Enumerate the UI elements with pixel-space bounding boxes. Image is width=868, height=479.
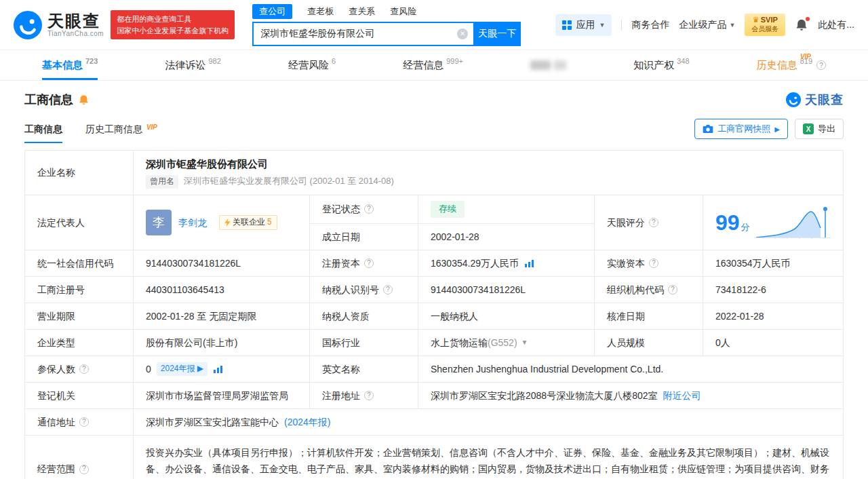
subscribe-bell-icon[interactable] (78, 94, 90, 106)
insured-trend-icon[interactable] (213, 364, 224, 374)
mail-annual-report-link[interactable]: (2024年报) (284, 415, 330, 429)
tianyancha-logo[interactable]: 天眼查 TianYanCha.com (14, 11, 104, 39)
user-name[interactable]: 此处有... (818, 19, 854, 31)
tab-business-info[interactable]: 工商信息 (24, 123, 62, 143)
tab-label: 经营信息 (403, 59, 443, 72)
business-cooperation-link[interactable]: 商务合作 (631, 19, 669, 31)
former-name: 深圳市钜盛华实业发展有限公司 (2002-01 至 2014-08) (184, 175, 394, 188)
status-badge: 存续 (431, 201, 465, 218)
company-name-cell: 深圳市钜盛华股份有限公司 曾用名 深圳市钜盛华实业发展有限公司 (2002-01… (134, 151, 843, 195)
tab-operation-risk[interactable]: 经营风险 6 (288, 50, 336, 80)
taxpayer-id-value: 91440300734181226L (418, 277, 595, 303)
enterprise-products-link[interactable]: 企业级产品 ▼ (679, 19, 735, 31)
industry-label: 国标行业 (310, 330, 418, 356)
reg-authority-label: 登记机关 (25, 383, 134, 409)
svip-label: SVIP (761, 16, 778, 24)
search-tab-risk[interactable]: 查风险 (390, 5, 416, 18)
help-icon[interactable]: ? (649, 218, 658, 227)
notification-dot (806, 17, 810, 21)
search-tab-boss[interactable]: 查老板 (307, 5, 334, 18)
capital-trend-icon[interactable] (524, 258, 535, 268)
search-area: 查公司 查老板 查关系 查风险 ✕ 天眼一下 (252, 4, 521, 46)
main-content: 工商信息 天眼查 工商信息 历史工商信息 VIP (0, 92, 868, 479)
tab-count: 999+ (446, 57, 463, 65)
brand-domain: TianYanCha.com (47, 30, 104, 37)
chevron-down-icon[interactable]: ▼ (521, 338, 528, 348)
related-companies-badge[interactable]: 关联企业 5 (219, 215, 277, 229)
legal-rep-avatar[interactable]: 李 (146, 210, 172, 235)
divider (621, 20, 622, 31)
company-name: 深圳市钜盛华股份有限公司 (146, 157, 268, 172)
annual-report-label: 2024年报 (161, 364, 195, 373)
staff-size-value: 0人 (703, 330, 843, 356)
help-icon[interactable]: ? (364, 258, 374, 268)
watermark-logo-icon (786, 92, 801, 107)
search-input[interactable] (252, 22, 473, 46)
tab-history-info[interactable]: VIP 历史信息 819 ? (757, 50, 826, 80)
business-scope-value: 投资兴办实业（具体项目另行申报）；计算机软件开发；企业营销策划、信息咨询（不含人… (134, 436, 843, 479)
section-title: 工商信息 (24, 92, 73, 108)
staff-size-label: 人员规模 (595, 330, 703, 356)
search-tabs: 查公司 查老板 查关系 查风险 (252, 4, 521, 19)
annual-report-tag[interactable]: 2024年报 ▶ (157, 362, 208, 375)
related-companies-count: 5 (267, 216, 272, 228)
clear-search-icon[interactable]: ✕ (457, 28, 468, 39)
search-button[interactable]: 天眼一下 (473, 22, 521, 46)
english-name-label: 英文名称 (310, 356, 418, 383)
apps-grid-icon (562, 20, 572, 30)
apps-button[interactable]: 应用 ▼ (555, 14, 612, 36)
excel-icon: X (803, 123, 814, 134)
reg-number-value: 440301103645413 (134, 277, 310, 303)
tab-intellectual-property[interactable]: 知识产权 348 (633, 50, 689, 80)
insured-label-cell: 参保人数 ? (25, 356, 134, 383)
notification-bell-icon[interactable] (795, 18, 808, 32)
business-term-value: 2002-01-28 至 无固定期限 (134, 303, 310, 330)
help-icon[interactable]: ? (364, 204, 374, 214)
search-tab-relation[interactable]: 查关系 (349, 5, 375, 18)
score-cell[interactable]: 99分 (703, 195, 843, 250)
est-date-value: 2002-01-28 (418, 224, 595, 250)
svip-badge[interactable]: ♛SVIP 会员服务 (745, 14, 785, 35)
legal-rep-cell: 李 李剑龙 关联企业 5 (134, 195, 310, 250)
tianyancha-watermark-logo: 天眼查 (786, 92, 844, 108)
reg-address-value: 深圳市罗湖区宝安北路2088号深业物流大厦八楼802室 (431, 389, 658, 402)
tab-history-business-info[interactable]: 历史工商信息 VIP (85, 123, 157, 143)
legal-rep-link[interactable]: 李剑龙 (178, 216, 207, 229)
mail-address-value: 深圳市罗湖区宝安北路宝能中心 (146, 415, 279, 429)
apps-label: 应用 (576, 19, 595, 31)
credit-code-label: 统一社会信用代码 (25, 250, 134, 277)
help-icon[interactable]: ? (668, 285, 677, 294)
insured-label: 参保人数 (37, 362, 75, 376)
header-right-group: 应用 ▼ 商务合作 企业级产品 ▼ ♛SVIP 会员服务 此处有... (555, 14, 854, 35)
vip-badge: VIP (146, 123, 157, 131)
business-scope-label: 经营范围 (37, 462, 75, 476)
mail-address-label-cell: 通信地址 ? (25, 409, 134, 436)
help-icon[interactable]: ? (649, 258, 658, 268)
help-icon[interactable]: ? (79, 364, 89, 374)
tab-count: 819 (800, 57, 812, 65)
camera-icon (703, 124, 713, 134)
industry-code: (G552) (488, 336, 517, 349)
tab-basic-info[interactable]: 基本信息 723 (42, 50, 98, 80)
chevron-down-icon: ▼ (599, 22, 605, 28)
help-icon[interactable]: ? (79, 417, 89, 427)
tianyancha-logo-icon (14, 11, 42, 39)
export-button[interactable]: X 导出 (795, 119, 844, 139)
help-icon[interactable]: ? (383, 285, 393, 294)
tab-operation-info[interactable]: 经营信息 999+ (403, 50, 463, 80)
help-icon[interactable]: ? (364, 391, 374, 400)
search-tab-company[interactable]: 查公司 (252, 4, 292, 19)
legal-rep-label: 法定代表人 (25, 195, 134, 250)
help-icon[interactable]: ? (816, 60, 826, 70)
reg-capital-label-cell: 注册资本 ? (310, 250, 418, 277)
official-snapshot-button[interactable]: 工商官网快照 ▶ (694, 119, 788, 139)
credit-code-value: 91440300734181226L (134, 250, 310, 277)
help-icon[interactable]: ? (79, 465, 89, 474)
nearby-companies-link[interactable]: 附近公司 (663, 389, 701, 402)
tab-legal-litigation[interactable]: 法律诉讼 982 (165, 50, 220, 80)
reg-capital-value: 1630354.29万人民币 (431, 256, 519, 270)
approval-date-label: 核准日期 (595, 303, 703, 330)
tab-count: 723 (85, 57, 98, 65)
reg-address-label-cell: 注册地址 ? (310, 383, 418, 409)
tab-label: 基本信息 (42, 59, 83, 72)
